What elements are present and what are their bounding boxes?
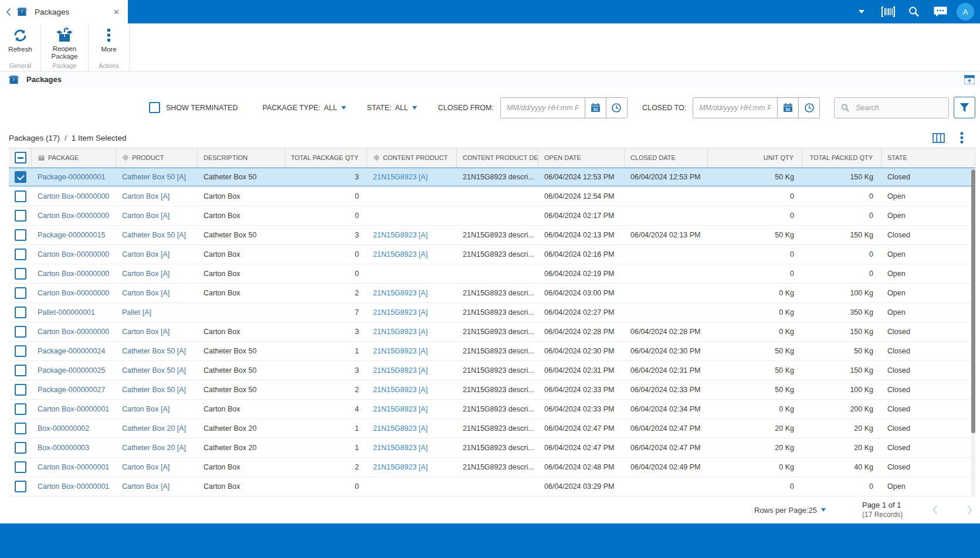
- state-dropdown[interactable]: STATE: ALL: [367, 104, 417, 112]
- table-row[interactable]: Carton Box-00000001Carton Box [A]Carton …: [9, 400, 975, 419]
- product-link[interactable]: Catheter Box 50 [A]: [122, 386, 186, 394]
- closed-from-input[interactable]: [501, 98, 585, 118]
- table-row[interactable]: Package-000000015Catheter Box 50 [A]Cath…: [9, 226, 975, 245]
- product-link[interactable]: Carton Box [A]: [122, 328, 169, 336]
- product-link[interactable]: Carton Box [A]: [122, 289, 169, 297]
- product-link[interactable]: Catheter Box 20 [A]: [122, 424, 186, 433]
- column-header-state[interactable]: STATE: [881, 148, 975, 167]
- column-header-open_date[interactable]: OPEN DATE: [538, 148, 625, 167]
- row-checkbox[interactable]: [15, 326, 26, 338]
- next-page-button[interactable]: [965, 503, 974, 516]
- column-header-content_product_desc[interactable]: CONTENT PRODUCT DE...: [457, 148, 538, 167]
- refresh-button[interactable]: Refresh: [8, 28, 32, 53]
- row-checkbox[interactable]: [15, 249, 26, 260]
- more-button[interactable]: More: [101, 28, 116, 53]
- row-checkbox[interactable]: [15, 365, 26, 376]
- row-checkbox[interactable]: [15, 423, 26, 434]
- package-link[interactable]: Carton Box-00000000: [38, 212, 109, 220]
- table-row[interactable]: Box-000000002Catheter Box 20 [A]Catheter…: [9, 419, 975, 438]
- grid-menu-button[interactable]: [960, 132, 964, 144]
- product-link[interactable]: Carton Box [A]: [122, 212, 169, 220]
- package-link[interactable]: Package-000000015: [38, 231, 105, 239]
- content_product-link[interactable]: 21N15G8923 [A]: [373, 250, 428, 258]
- closed-from-calendar-button[interactable]: 31: [585, 98, 606, 118]
- column-header-closed_date[interactable]: CLOSED DATE: [625, 148, 708, 167]
- content_product-link[interactable]: 21N15G8923 [A]: [373, 386, 428, 394]
- table-row[interactable]: Package-000000024Catheter Box 50 [A]Cath…: [9, 342, 975, 361]
- show-terminated-checkbox[interactable]: [149, 102, 160, 113]
- package-link[interactable]: Package-000000025: [38, 366, 105, 375]
- row-checkbox[interactable]: [15, 345, 26, 357]
- product-link[interactable]: Carton Box [A]: [122, 270, 169, 278]
- closed-to-input[interactable]: [693, 98, 777, 118]
- package-link[interactable]: Carton Box-00000000: [38, 289, 109, 297]
- table-row[interactable]: Box-000000003Catheter Box 20 [A]Catheter…: [9, 438, 975, 458]
- select-all-checkbox[interactable]: [15, 152, 26, 164]
- expand-view-button[interactable]: [964, 75, 975, 84]
- global-search-button[interactable]: [901, 0, 927, 23]
- column-header-total_package_qty[interactable]: TOTAL PACKAGE QTY: [286, 148, 367, 167]
- reopen-package-button[interactable]: Reopen Package: [46, 28, 83, 60]
- product-link[interactable]: Catheter Box 50 [A]: [122, 173, 186, 181]
- row-checkbox[interactable]: [15, 229, 26, 241]
- table-row[interactable]: Carton Box-00000000Carton Box [A]Carton …: [9, 322, 975, 342]
- package-link[interactable]: Carton Box-00000001: [38, 463, 109, 471]
- content_product-link[interactable]: 21N15G8923 [A]: [373, 328, 428, 336]
- search-input[interactable]: [854, 103, 937, 113]
- column-header-description[interactable]: DESCRIPTION: [198, 148, 286, 167]
- content_product-link[interactable]: 21N15G8923 [A]: [373, 366, 428, 375]
- row-checkbox[interactable]: [15, 442, 26, 454]
- close-icon[interactable]: ✕: [111, 6, 122, 18]
- package-link[interactable]: Package-000000027: [38, 386, 105, 394]
- row-checkbox[interactable]: [15, 461, 26, 473]
- product-link[interactable]: Carton Box [A]: [122, 250, 169, 258]
- content_product-link[interactable]: 21N15G8923 [A]: [373, 289, 428, 297]
- package-link[interactable]: Carton Box-00000000: [38, 328, 109, 336]
- back-icon[interactable]: [6, 8, 11, 16]
- content_product-link[interactable]: 21N15G8923 [A]: [373, 463, 428, 471]
- product-link[interactable]: Catheter Box 20 [A]: [122, 444, 186, 452]
- row-checkbox[interactable]: [15, 190, 26, 202]
- package-link[interactable]: Carton Box-00000000: [38, 192, 109, 200]
- content_product-link[interactable]: 21N15G8923 [A]: [373, 405, 428, 413]
- column-header-unit_qty[interactable]: UNIT QTY: [708, 148, 802, 167]
- product-link[interactable]: Carton Box [A]: [122, 405, 169, 413]
- scrollbar-thumb[interactable]: [971, 169, 975, 433]
- row-checkbox[interactable]: [15, 481, 26, 492]
- product-link[interactable]: Catheter Box 50 [A]: [122, 231, 186, 239]
- table-row[interactable]: Carton Box-00000000Carton Box [A]Carton …: [9, 245, 975, 264]
- product-link[interactable]: Catheter Box 50 [A]: [122, 347, 186, 355]
- content_product-link[interactable]: 21N15G8923 [A]: [373, 173, 428, 181]
- product-link[interactable]: Pallet [A]: [122, 308, 151, 317]
- vertical-scrollbar[interactable]: [971, 168, 975, 496]
- product-link[interactable]: Carton Box [A]: [122, 192, 169, 200]
- product-link[interactable]: Carton Box [A]: [122, 482, 169, 491]
- table-row[interactable]: Carton Box-00000001Carton Box [A]Carton …: [9, 458, 975, 477]
- table-row[interactable]: Carton Box-00000000Carton Box [A]Carton …: [9, 206, 975, 226]
- product-link[interactable]: Carton Box [A]: [122, 463, 169, 471]
- tab-packages[interactable]: Packages ✕: [0, 0, 128, 23]
- top-dropdown-button[interactable]: [849, 0, 874, 23]
- column-header-package[interactable]: PACKAGE: [32, 148, 116, 167]
- content_product-link[interactable]: 21N15G8923 [A]: [373, 444, 428, 452]
- table-row[interactable]: Package-000000025Catheter Box 50 [A]Cath…: [9, 361, 975, 380]
- table-row[interactable]: Carton Box-00000000Carton Box [A]Carton …: [9, 264, 975, 284]
- column-chooser-button[interactable]: [932, 133, 945, 143]
- row-checkbox[interactable]: [15, 268, 26, 280]
- row-checkbox[interactable]: [15, 307, 26, 318]
- package-link[interactable]: Box-000000003: [38, 444, 89, 452]
- previous-page-button[interactable]: [931, 503, 940, 516]
- package-link[interactable]: Package-000000024: [38, 347, 105, 355]
- package-link[interactable]: Package-000000001: [38, 173, 105, 181]
- table-row[interactable]: Carton Box-00000000Carton Box [A]Carton …: [9, 284, 975, 303]
- closed-to-time-button[interactable]: [798, 98, 819, 118]
- package-type-dropdown[interactable]: PACKAGE TYPE: ALL: [262, 104, 345, 112]
- row-checkbox[interactable]: [15, 287, 26, 299]
- package-link[interactable]: Carton Box-00000001: [38, 405, 109, 413]
- row-checkbox[interactable]: [15, 171, 26, 183]
- package-link[interactable]: Pallet-000000001: [38, 308, 95, 317]
- table-row[interactable]: Package-000000001Catheter Box 50 [A]Cath…: [9, 168, 975, 187]
- package-link[interactable]: Box-000000002: [38, 424, 89, 433]
- row-checkbox[interactable]: [15, 403, 26, 415]
- package-link[interactable]: Carton Box-00000000: [38, 270, 109, 278]
